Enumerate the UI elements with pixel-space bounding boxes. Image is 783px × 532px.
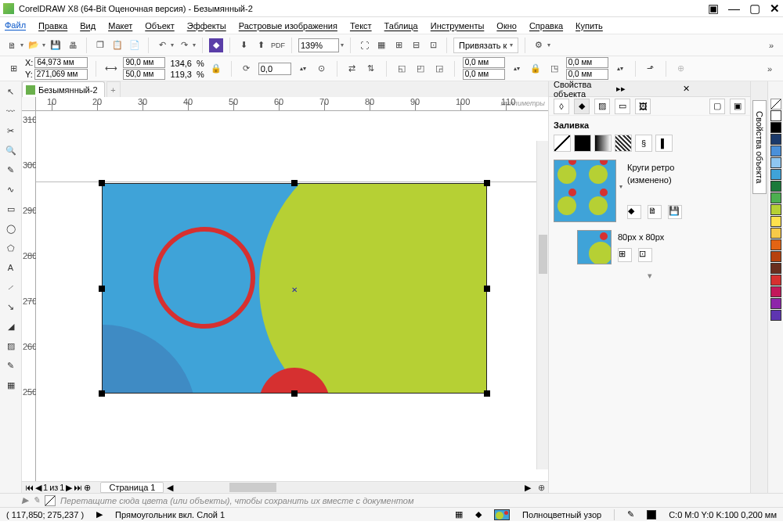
h-scroll-right[interactable]: ▶ [525,483,531,493]
maximize-button[interactable]: ▢ [749,2,760,16]
fill-postscript-icon[interactable]: ▌ [655,135,673,152]
width-input[interactable]: 90,0 мм [123,57,165,68]
freehand-tool-icon[interactable]: ✎ [2,161,20,178]
resize-handle-mr[interactable] [484,286,490,292]
parallel-dim-icon[interactable]: ⟋ [2,279,20,296]
color-swatch[interactable] [770,146,781,156]
color-swatch[interactable] [770,122,781,133]
tile-mirror-icon[interactable]: ⊞ [618,248,632,262]
undo-icon[interactable]: ↶ [155,38,169,52]
pattern-preview[interactable] [554,160,616,222]
canvas[interactable]: ✕ [36,111,548,481]
page-first-button[interactable]: ⏮ [25,483,34,492]
selected-rectangle[interactable]: ✕ [99,180,490,397]
transparency-icon[interactable]: ▨ [2,337,20,354]
ruler-horizontal[interactable]: миллиметры 102030405060708090100110 [36,97,548,111]
eyedropper-icon[interactable]: ✎ [2,357,20,374]
color-swatch[interactable] [770,310,781,321]
color-swatch[interactable] [770,157,781,168]
tile-preview[interactable] [577,230,612,264]
color-swatch[interactable] [770,275,781,286]
menu-text[interactable]: Текст [350,21,372,31]
show-guides-icon[interactable]: ⊟ [409,38,423,52]
spinner2-icon[interactable]: ▴▾ [510,62,524,76]
spinner-icon[interactable]: ▴▾ [296,62,310,76]
snap-to-button[interactable]: Привязать к ▾ [453,38,518,53]
menu-edit[interactable]: Правка [38,21,67,31]
color-swatch[interactable] [770,204,781,215]
corner-br-input[interactable]: 0,0 мм [566,69,608,80]
color-swatch[interactable] [770,181,781,192]
palette-eyedropper-icon[interactable]: ✎ [33,495,40,505]
image-tab-icon[interactable]: 🖼 [635,99,651,114]
corner-tr-input[interactable]: 0,0 мм [566,57,608,68]
color-swatch[interactable] [770,228,781,239]
menu-buy[interactable]: Купить [576,21,603,31]
minimize-button[interactable]: — [728,2,740,15]
corner-tl-input[interactable]: 0,0 мм [463,57,505,68]
color-swatch[interactable] [770,192,781,203]
redo-icon[interactable]: ↷ [177,38,191,52]
lock-corners-icon[interactable]: 🔒 [529,62,543,76]
pattern-save-icon[interactable]: 💾 [668,205,682,219]
docker-opt1-icon[interactable]: ▢ [709,99,725,114]
fill-none-icon[interactable] [554,135,571,152]
toolbar-overflow-icon[interactable]: » [764,38,778,52]
open-icon[interactable]: 📂 [27,38,41,52]
zoom-level-input[interactable]: 139% [298,38,339,52]
transparency-tab-icon[interactable]: ▨ [594,99,610,114]
clipboard-icon[interactable]: 📄 [128,38,142,52]
ellipse-tool-icon[interactable]: ◯ [2,220,20,237]
expand-section-icon[interactable]: ▾ [554,271,745,281]
artistic-media-icon[interactable]: ∿ [2,181,20,198]
page-next-button[interactable]: ▶ [66,483,72,493]
frame-tab-icon[interactable]: ▭ [615,99,630,114]
corner-scallop-icon[interactable]: ◰ [413,62,428,76]
h-scroll-left[interactable]: ◀ [167,483,173,493]
shape-tool-icon[interactable]: 〰 [2,102,20,120]
rotation-input[interactable]: 0,0 [258,63,291,75]
status-outline-swatch[interactable] [647,510,656,519]
account-icon[interactable]: ▣ [708,2,719,16]
corner-round-icon[interactable]: ◱ [395,62,409,76]
snap-options-icon[interactable]: ⊡ [426,38,440,52]
copy-icon[interactable]: ❐ [93,38,107,52]
corner-bl-input[interactable]: 0,0 мм [463,69,505,80]
add-document-tab[interactable]: + [106,81,121,97]
connector-icon[interactable]: ↘ [2,298,20,315]
text-tool-icon[interactable]: A [2,259,20,276]
pdf-icon[interactable]: PDF [271,38,285,52]
fill-pattern-icon[interactable] [615,135,632,152]
object-center-icon[interactable]: ✕ [291,286,298,294]
menu-view[interactable]: Вид [80,21,96,31]
color-swatch[interactable] [770,298,781,309]
no-fill-swatch[interactable] [770,99,781,110]
docker-opt2-icon[interactable]: ▣ [730,99,745,114]
mirror-h-icon[interactable]: ⇄ [345,62,359,76]
status-fill-swatch[interactable] [494,509,510,520]
outline-tab-icon[interactable]: ◊ [554,99,569,114]
v-scrollbar[interactable] [536,141,548,469]
plus-icon[interactable]: ⊕ [674,62,688,76]
resize-handle-br[interactable] [484,390,490,397]
menu-window[interactable]: Окно [496,21,517,31]
spinner3-icon[interactable]: ▴▾ [613,62,627,76]
corner-chamfer-icon[interactable]: ◲ [432,62,446,76]
resize-handle-tm[interactable] [291,180,298,186]
resize-handle-bm[interactable] [291,390,298,397]
y-position-input[interactable]: 271,069 мм [34,69,88,80]
pattern-dropdown-icon[interactable]: ▾ [619,183,622,190]
interactive-fill-icon[interactable]: ▦ [2,376,20,394]
page-add-button[interactable]: ⊕ [84,483,91,493]
fill-gradient-icon[interactable] [594,135,612,152]
lock-ratio-icon[interactable]: 🔒 [209,62,223,76]
color-swatch[interactable] [770,110,781,121]
pattern-new-icon[interactable]: 🗎 [648,205,662,219]
options-icon[interactable]: ⚙ [532,38,546,52]
relative-corner-icon[interactable]: ⬏ [644,62,658,76]
color-swatch[interactable] [770,216,781,227]
docker-title-bar[interactable]: Свойства объекта ▸▸ ✕ [549,81,750,97]
crop-tool-icon[interactable]: ✂ [2,122,20,139]
search-content-icon[interactable]: ◆ [209,38,223,52]
pick-tool-icon[interactable]: ↖ [2,83,20,100]
